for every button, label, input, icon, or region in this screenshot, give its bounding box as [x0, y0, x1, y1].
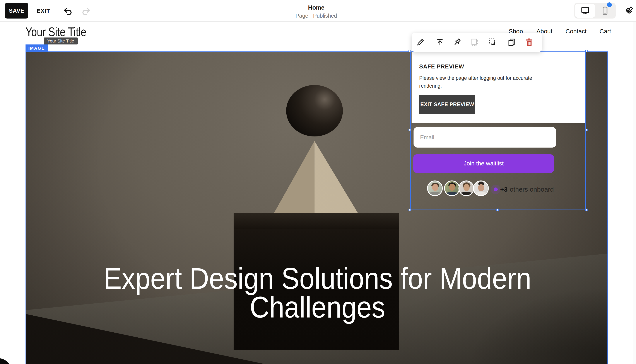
page-status: Page · Published: [262, 13, 371, 19]
email-field[interactable]: [413, 127, 556, 148]
exit-button[interactable]: EXIT: [37, 0, 50, 22]
style-brush-icon[interactable]: [623, 6, 634, 16]
safe-preview-message: Please view the page after logging out f…: [419, 74, 550, 90]
resize-handle[interactable]: [496, 208, 499, 211]
image-block-label: IMAGE: [26, 44, 48, 52]
resize-handle[interactable]: [408, 50, 411, 52]
scrollbar[interactable]: [633, 22, 636, 364]
edit-pencil-icon[interactable]: [413, 35, 428, 49]
frame-disabled-icon: [467, 35, 483, 49]
exit-safe-preview-button[interactable]: EXIT SAFE PREVIEW: [419, 95, 475, 114]
editor-topbar: SAVE EXIT Home Page · Published: [0, 0, 636, 22]
toolbar-divider: [502, 37, 502, 48]
hero-heading[interactable]: Expert Design Solutions for Modern Chall…: [56, 264, 580, 322]
toolbar-divider: [430, 37, 430, 48]
join-waitlist-button[interactable]: Join the waitlist: [413, 154, 554, 173]
site-title-tooltip: Your Site Title: [44, 38, 78, 44]
safe-preview-title: SAFE PREVIEW: [419, 63, 464, 70]
notification-dot: [607, 2, 612, 7]
select-region-icon[interactable]: [484, 35, 500, 49]
save-button[interactable]: SAVE: [5, 3, 28, 18]
resize-handle[interactable]: [408, 208, 411, 211]
resize-handle[interactable]: [408, 128, 411, 131]
safe-preview-panel: SAFE PREVIEW Please view the page after …: [412, 52, 585, 123]
resize-handle[interactable]: [585, 128, 587, 131]
mobile-icon[interactable]: [595, 4, 615, 18]
redo-icon[interactable]: [81, 6, 91, 16]
pin-icon[interactable]: [449, 35, 465, 49]
site-title[interactable]: Your Site Title: [26, 24, 86, 39]
social-proof-text: +3others onboard: [500, 185, 554, 194]
move-to-top-icon[interactable]: [432, 35, 448, 49]
social-proof-dot: [494, 188, 498, 191]
nav-contact[interactable]: Contact: [565, 28, 587, 35]
avatar: [458, 180, 474, 196]
desktop-icon[interactable]: [575, 4, 595, 18]
avatar: [427, 180, 443, 196]
resize-handle[interactable]: [585, 50, 587, 52]
avatar: [473, 180, 489, 196]
device-preview-toggle: [574, 3, 616, 18]
page-title: Home: [262, 4, 371, 11]
nav-cart[interactable]: Cart: [599, 28, 611, 35]
resize-handle[interactable]: [585, 208, 587, 211]
avatar: [444, 180, 460, 196]
undo-icon[interactable]: [63, 6, 73, 16]
corner-widget[interactable]: [0, 358, 12, 364]
duplicate-icon[interactable]: [504, 35, 519, 49]
block-toolbar: [412, 33, 542, 52]
trash-icon[interactable]: [521, 35, 537, 49]
